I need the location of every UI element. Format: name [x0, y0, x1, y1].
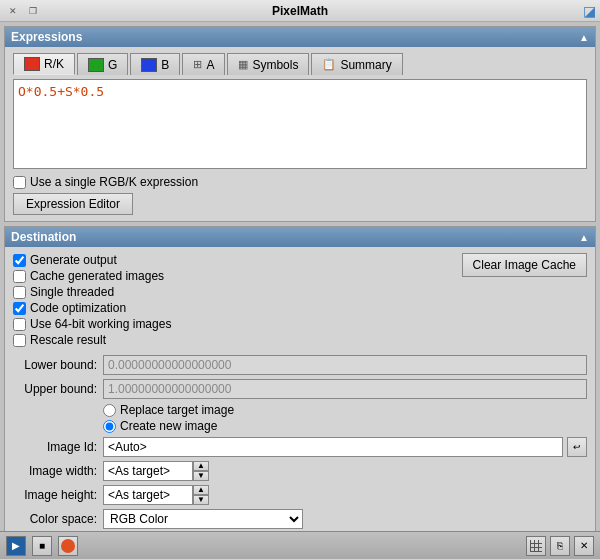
image-id-input[interactable]: [103, 437, 563, 457]
destination-body: Generate output Cache generated images S…: [5, 247, 595, 531]
single-rgb-checkbox[interactable]: [13, 176, 26, 189]
image-id-icon-button[interactable]: ↩: [567, 437, 587, 457]
expression-tabs: R/K G B ⊞ A ▦ Symbols: [13, 53, 587, 75]
generate-output-label: Generate output: [30, 253, 117, 267]
replace-target-radio[interactable]: [103, 404, 116, 417]
destination-checkboxes: Generate output Cache generated images S…: [13, 253, 171, 347]
close-button[interactable]: ✕: [6, 4, 20, 18]
tab-b[interactable]: B: [130, 53, 180, 75]
tab-symbols-label: Symbols: [252, 58, 298, 72]
grid-icon: ⊞: [193, 58, 202, 71]
image-width-row: Image width: ▲ ▼: [13, 461, 587, 481]
image-width-label: Image width:: [13, 464, 103, 478]
generate-output-row: Generate output: [13, 253, 171, 267]
use-64bit-label: Use 64-bit working images: [30, 317, 171, 331]
main-container: Expressions ▲ R/K G B ⊞: [0, 22, 600, 531]
image-width-up[interactable]: ▲: [193, 461, 209, 471]
create-new-row: Create new image: [103, 419, 587, 433]
expressions-title: Expressions: [11, 30, 82, 44]
image-width-down[interactable]: ▼: [193, 471, 209, 481]
lower-bound-row: Lower bound:: [13, 355, 587, 375]
tab-rk[interactable]: R/K: [13, 53, 75, 75]
summary-icon: 📋: [322, 58, 336, 71]
color-space-row: Color space: RGB Color Grayscale CMYK HS…: [13, 509, 587, 529]
tab-g[interactable]: G: [77, 53, 128, 75]
tab-a-label: A: [206, 58, 214, 72]
rescale-result-row: Rescale result: [13, 333, 171, 347]
circle-button[interactable]: [58, 536, 78, 556]
grid-view-button[interactable]: [526, 536, 546, 556]
g-color-box: [88, 58, 104, 72]
tab-summary-label: Summary: [340, 58, 391, 72]
stop-button[interactable]: ■: [32, 536, 52, 556]
expressions-header: Expressions ▲: [5, 27, 595, 47]
lower-bound-label: Lower bound:: [13, 358, 103, 372]
lower-bound-input[interactable]: [103, 355, 587, 375]
image-id-label: Image Id:: [13, 440, 103, 454]
titlebar: ✕ ❐ PixelMath ◪: [0, 0, 600, 22]
rescale-result-checkbox[interactable]: [13, 334, 26, 347]
image-height-row: Image height: ▲ ▼: [13, 485, 587, 505]
bottom-left-controls: ▶ ■: [6, 536, 78, 556]
b-color-box: [141, 58, 157, 72]
upper-bound-input[interactable]: [103, 379, 587, 399]
bottom-bar: ▶ ■ ⎘ ✕: [0, 531, 600, 559]
single-threaded-checkbox[interactable]: [13, 286, 26, 299]
expressions-collapse-icon[interactable]: ▲: [579, 32, 589, 43]
expression-editor-button[interactable]: Expression Editor: [13, 193, 133, 215]
expressions-body: R/K G B ⊞ A ▦ Symbols: [5, 47, 595, 221]
single-rgb-row: Use a single RGB/K expression: [13, 175, 587, 189]
image-height-down[interactable]: ▼: [193, 495, 209, 505]
symbols-icon: ▦: [238, 58, 248, 71]
cache-generated-checkbox[interactable]: [13, 270, 26, 283]
image-width-input[interactable]: [103, 461, 193, 481]
image-id-row: Image Id: ↩: [13, 437, 587, 457]
expression-area[interactable]: O*0.5+S*0.5: [13, 79, 587, 169]
copy-button[interactable]: ⎘: [550, 536, 570, 556]
restore-button[interactable]: ❐: [26, 4, 40, 18]
code-optimization-label: Code optimization: [30, 301, 126, 315]
code-optimization-row: Code optimization: [13, 301, 171, 315]
destination-top: Generate output Cache generated images S…: [13, 253, 587, 347]
image-height-label: Image height:: [13, 488, 103, 502]
single-threaded-row: Single threaded: [13, 285, 171, 299]
rescale-result-label: Rescale result: [30, 333, 106, 347]
tab-rk-label: R/K: [44, 57, 64, 71]
single-threaded-label: Single threaded: [30, 285, 114, 299]
use-64bit-checkbox[interactable]: [13, 318, 26, 331]
grid-view-icon: [530, 540, 542, 552]
circle-icon: [61, 539, 75, 553]
image-height-up[interactable]: ▲: [193, 485, 209, 495]
image-height-spinner: ▲ ▼: [103, 485, 209, 505]
image-height-input[interactable]: [103, 485, 193, 505]
expressions-section: Expressions ▲ R/K G B ⊞: [4, 26, 596, 222]
window-title: PixelMath: [272, 4, 328, 18]
upper-bound-label: Upper bound:: [13, 382, 103, 396]
bottom-right-controls: ⎘ ✕: [526, 536, 594, 556]
cache-generated-label: Cache generated images: [30, 269, 164, 283]
destination-title: Destination: [11, 230, 76, 244]
tab-symbols[interactable]: ▦ Symbols: [227, 53, 309, 75]
titlebar-controls[interactable]: ✕ ❐: [6, 4, 40, 18]
close-window-button[interactable]: ✕: [574, 536, 594, 556]
create-new-radio[interactable]: [103, 420, 116, 433]
color-space-select[interactable]: RGB Color Grayscale CMYK HSV Lab: [103, 509, 303, 529]
code-optimization-checkbox[interactable]: [13, 302, 26, 315]
generate-output-checkbox[interactable]: [13, 254, 26, 267]
clear-image-cache-button[interactable]: Clear Image Cache: [462, 253, 587, 277]
tab-g-label: G: [108, 58, 117, 72]
tab-summary[interactable]: 📋 Summary: [311, 53, 402, 75]
titlebar-icon[interactable]: ◪: [583, 3, 596, 19]
destination-header: Destination ▲: [5, 227, 595, 247]
expression-text: O*0.5+S*0.5: [18, 84, 104, 99]
image-width-spinner-btns: ▲ ▼: [193, 461, 209, 481]
use-64bit-row: Use 64-bit working images: [13, 317, 171, 331]
run-button[interactable]: ▶: [6, 536, 26, 556]
color-space-label: Color space:: [13, 512, 103, 526]
destination-collapse-icon[interactable]: ▲: [579, 232, 589, 243]
tab-b-label: B: [161, 58, 169, 72]
destination-section: Destination ▲ Generate output Cache gene…: [4, 226, 596, 531]
cache-generated-row: Cache generated images: [13, 269, 171, 283]
tab-a[interactable]: ⊞ A: [182, 53, 225, 75]
create-new-label: Create new image: [120, 419, 217, 433]
